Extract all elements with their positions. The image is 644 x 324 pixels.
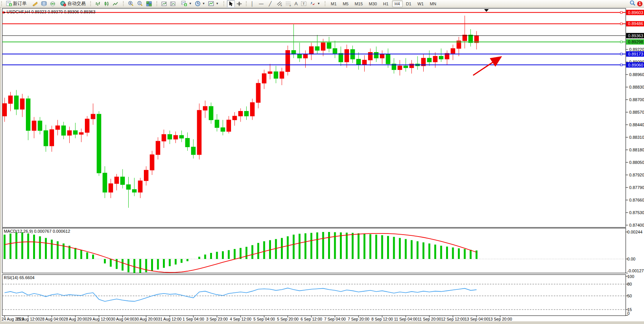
zoom-in-icon: [128, 1, 134, 6]
bar-chart-button[interactable]: [94, 0, 102, 8]
candle-body: [115, 177, 119, 184]
line-handle[interactable]: [620, 23, 622, 25]
svg-text:0.88700: 0.88700: [629, 97, 644, 102]
timeframe-button-MN[interactable]: MN: [427, 0, 439, 7]
macd-pane[interactable]: [2, 228, 626, 273]
candle-body: [380, 54, 384, 58]
periods-button[interactable]: ▼: [193, 0, 207, 8]
zoom-in-button[interactable]: [126, 0, 135, 8]
fibonacci-tool-button[interactable]: F: [284, 0, 293, 8]
toolbar-grip[interactable]: [325, 1, 327, 6]
timeframe-button-H4[interactable]: H4: [392, 0, 403, 7]
candle-body: [174, 135, 178, 139]
search-icon[interactable]: [630, 0, 636, 8]
timeframe-button-M1[interactable]: M1: [328, 0, 339, 7]
candle-body: [427, 58, 432, 62]
candle-body: [315, 46, 319, 50]
zoom-out-button[interactable]: [135, 0, 145, 8]
timeframe-button-M5[interactable]: M5: [340, 0, 351, 7]
time-label: 29 Aug 12:00: [87, 317, 111, 321]
candlestick-chart-button[interactable]: [102, 0, 111, 8]
candle-body: [262, 73, 266, 83]
time-label: 6 Sep 12:00: [301, 317, 322, 321]
line-chart-button[interactable]: [111, 0, 120, 8]
price-line-badge-value: 0.89486: [628, 21, 643, 26]
label-tool-button[interactable]: T: [299, 0, 308, 8]
horizontal-line-tool-button[interactable]: —: [257, 0, 265, 8]
candle-body: [303, 54, 308, 58]
crosshair-tool-button[interactable]: [235, 0, 244, 8]
horizontal-line-icon: —: [259, 2, 263, 6]
candle-body: [26, 98, 30, 130]
fibonacci-icon: F: [285, 1, 292, 6]
toolbar-grip[interactable]: [246, 1, 248, 6]
line-handle[interactable]: [620, 41, 622, 43]
timeframe-button-H1[interactable]: H1: [380, 0, 391, 7]
metaeditor-button[interactable]: [30, 0, 40, 8]
timeframe-button-D1[interactable]: D1: [403, 0, 414, 7]
main-chart-pane[interactable]: [2, 8, 626, 227]
candle-body: [62, 126, 66, 135]
indicators-caret-icon: ▼: [189, 2, 192, 5]
toolbar-grip[interactable]: [156, 1, 158, 6]
vertical-line-tool-button[interactable]: │: [249, 0, 255, 8]
autotrading-button[interactable]: 自动交易: [59, 0, 87, 8]
svg-text:0.88180: 0.88180: [629, 148, 644, 152]
line-handle[interactable]: [620, 64, 622, 66]
candle-body: [109, 184, 113, 192]
time-axis[interactable]: 24 Aug 202325 Aug 12:0028 Aug 04:0028 Au…: [2, 316, 512, 321]
toolbar-grip[interactable]: [1, 1, 3, 6]
svg-text:100: 100: [627, 274, 634, 279]
timeframe-button-M30[interactable]: M30: [366, 0, 379, 7]
text-tool-button[interactable]: A: [293, 0, 300, 8]
indicators-button[interactable]: ▼: [180, 0, 193, 8]
tile-windows-button[interactable]: [145, 0, 153, 8]
candle-body: [327, 43, 331, 48]
crosshair-icon: [236, 1, 242, 6]
line-handle[interactable]: [620, 11, 622, 13]
candle-body: [368, 52, 373, 60]
candle-body: [221, 128, 225, 132]
svg-text:E: E: [281, 4, 282, 6]
candle-body: [439, 56, 443, 59]
templates-button[interactable]: ▼: [207, 0, 220, 8]
candle-body: [185, 138, 190, 147]
candle-body: [132, 189, 137, 192]
candle-body: [374, 52, 378, 58]
candle-body: [14, 96, 19, 110]
time-label: 25 Aug 12:00: [16, 317, 40, 321]
arrange-charts-button[interactable]: [160, 0, 169, 8]
candle-body: [433, 56, 437, 62]
periods-clock-icon: [195, 1, 201, 6]
candle-body: [227, 120, 231, 131]
candle-body: [321, 43, 325, 50]
terminal-button[interactable]: [40, 0, 48, 8]
time-label: 31 Aug 12:00: [158, 317, 182, 321]
time-label: 4 Sep 12:00: [230, 317, 252, 321]
line-handle[interactable]: [620, 53, 622, 55]
toolbar-grip[interactable]: [123, 1, 125, 6]
timeframe-button-M15[interactable]: M15: [352, 0, 365, 7]
arrange-charts-alt-button[interactable]: [169, 0, 177, 8]
cursor-tool-button[interactable]: [227, 0, 235, 8]
time-label: 28 Aug 20:00: [64, 317, 87, 321]
svg-text:0.88570: 0.88570: [629, 110, 644, 114]
time-label: 12 Sep 12:00: [441, 317, 465, 321]
candle-body: [203, 106, 207, 110]
signals-button[interactable]: [48, 0, 57, 8]
candle-body: [215, 120, 219, 127]
timeframe-button-W1[interactable]: W1: [415, 0, 427, 7]
toolbar-grip[interactable]: [223, 1, 225, 6]
svg-text:T: T: [303, 2, 305, 6]
new-order-button[interactable]: 新订单: [5, 0, 28, 8]
candle-body: [85, 119, 89, 133]
notification-badge[interactable]: 1: [637, 1, 642, 6]
channel-tool-button[interactable]: E: [275, 0, 284, 8]
arrows-tool-button[interactable]: ▼: [308, 0, 322, 8]
candle-body: [156, 141, 160, 155]
tile-windows-icon: [146, 1, 152, 6]
toolbar-grip[interactable]: [90, 1, 92, 6]
trendline-tool-button[interactable]: ╱: [267, 0, 273, 8]
arrows-icon: [310, 1, 316, 6]
chart-canvas[interactable]: 0.894800.893500.892200.890900.889600.888…: [0, 0, 644, 324]
